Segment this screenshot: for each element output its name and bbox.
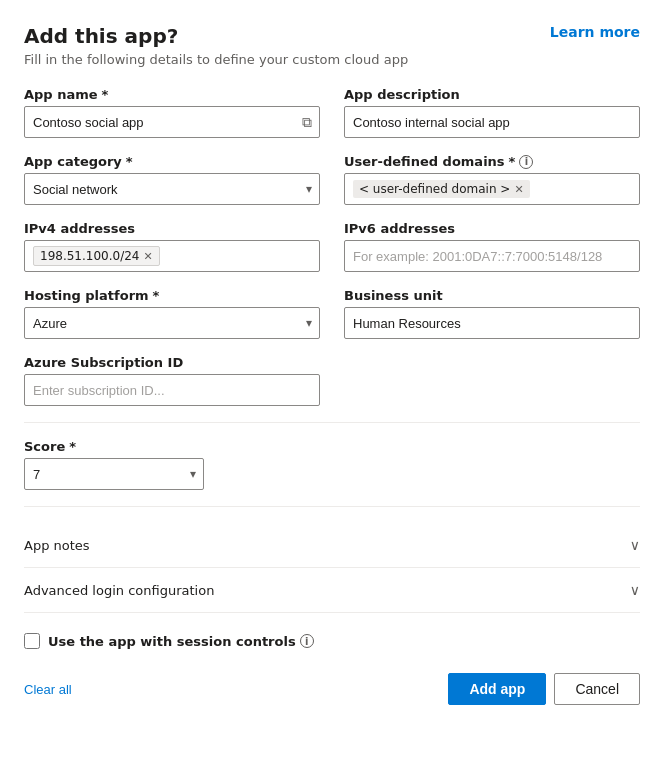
ipv4-tag: 198.51.100.0/24 ✕ <box>33 246 160 266</box>
azure-subscription-label: Azure Subscription ID <box>24 355 320 370</box>
user-domain-tag: < user-defined domain > ✕ <box>353 180 530 198</box>
azure-subscription-group: Azure Subscription ID <box>24 355 320 406</box>
header: Add this app? Fill in the following deta… <box>24 24 640 67</box>
app-notes-header[interactable]: App notes ∨ <box>24 537 640 553</box>
score-select-wrapper: 1234 5678 910 ▾ <box>24 458 204 490</box>
hosting-platform-select-wrapper: Azure AWS GCP Other ▾ <box>24 307 320 339</box>
copy-icon: ⧉ <box>302 114 312 131</box>
app-category-label: App category * <box>24 154 320 169</box>
ipv6-input[interactable] <box>344 240 640 272</box>
page-container: Add this app? Fill in the following deta… <box>0 0 664 768</box>
business-unit-label: Business unit <box>344 288 640 303</box>
business-unit-input[interactable] <box>344 307 640 339</box>
divider-2 <box>24 506 640 507</box>
user-defined-domains-group: User-defined domains * i < user-defined … <box>344 154 640 205</box>
page-title: Add this app? <box>24 24 408 48</box>
user-defined-domains-input[interactable]: < user-defined domain > ✕ <box>344 173 640 205</box>
page-subtitle: Fill in the following details to define … <box>24 52 408 67</box>
clear-all-button[interactable]: Clear all <box>24 682 72 697</box>
app-name-required: * <box>102 87 109 102</box>
session-controls-info-icon[interactable]: i <box>300 634 314 648</box>
score-required: * <box>69 439 76 454</box>
session-controls-checkbox[interactable] <box>24 633 40 649</box>
app-notes-section: App notes ∨ <box>24 523 640 568</box>
app-description-group: App description <box>344 87 640 138</box>
cancel-button[interactable]: Cancel <box>554 673 640 705</box>
advanced-login-header[interactable]: Advanced login configuration ∨ <box>24 582 640 598</box>
footer: Clear all Add app Cancel <box>24 665 640 705</box>
user-defined-domains-label: User-defined domains * i <box>344 154 640 169</box>
divider-1 <box>24 422 640 423</box>
app-category-select[interactable]: Social network Business Cloud storage Co… <box>24 173 320 205</box>
advanced-login-section: Advanced login configuration ∨ <box>24 568 640 613</box>
app-name-input-wrapper: ⧉ <box>24 106 320 138</box>
app-name-group: App name * ⧉ <box>24 87 320 138</box>
app-description-input[interactable] <box>344 106 640 138</box>
user-defined-domains-info-icon[interactable]: i <box>519 155 533 169</box>
hosting-platform-group: Hosting platform * Azure AWS GCP Other ▾ <box>24 288 320 339</box>
app-name-label: App name * <box>24 87 320 102</box>
advanced-login-label: Advanced login configuration <box>24 583 214 598</box>
footer-buttons: Add app Cancel <box>448 673 640 705</box>
ipv4-addresses-group: IPv4 addresses 198.51.100.0/24 ✕ <box>24 221 320 272</box>
advanced-login-chevron-icon: ∨ <box>630 582 640 598</box>
app-category-required: * <box>126 154 133 169</box>
ipv6-addresses-group: IPv6 addresses <box>344 221 640 272</box>
session-controls-row: Use the app with session controls i <box>24 633 640 649</box>
hosting-platform-select[interactable]: Azure AWS GCP Other <box>24 307 320 339</box>
app-category-group: App category * Social network Business C… <box>24 154 320 205</box>
user-domain-tag-close-icon[interactable]: ✕ <box>514 184 523 195</box>
ipv4-tag-close-icon[interactable]: ✕ <box>143 251 152 262</box>
score-select[interactable]: 1234 5678 910 <box>24 458 204 490</box>
header-left: Add this app? Fill in the following deta… <box>24 24 408 67</box>
ipv4-label: IPv4 addresses <box>24 221 320 236</box>
add-app-button[interactable]: Add app <box>448 673 546 705</box>
score-label: Score * <box>24 439 640 454</box>
business-unit-group: Business unit <box>344 288 640 339</box>
session-controls-label: Use the app with session controls i <box>48 634 314 649</box>
ipv6-label: IPv6 addresses <box>344 221 640 236</box>
score-group: Score * 1234 5678 910 ▾ <box>24 439 640 490</box>
app-category-select-wrapper: Social network Business Cloud storage Co… <box>24 173 320 205</box>
app-notes-chevron-icon: ∨ <box>630 537 640 553</box>
app-description-label: App description <box>344 87 640 102</box>
form-grid: App name * ⧉ App description App categor… <box>24 87 640 406</box>
hosting-platform-required: * <box>153 288 160 303</box>
user-defined-domains-required: * <box>509 154 516 169</box>
hosting-platform-label: Hosting platform * <box>24 288 320 303</box>
ipv4-tag-text: 198.51.100.0/24 <box>40 249 139 263</box>
azure-subscription-input[interactable] <box>24 374 320 406</box>
app-name-input[interactable] <box>24 106 320 138</box>
user-domain-tag-text: < user-defined domain > <box>359 182 510 196</box>
ipv4-input-wrapper[interactable]: 198.51.100.0/24 ✕ <box>24 240 320 272</box>
learn-more-link[interactable]: Learn more <box>550 24 640 40</box>
app-notes-label: App notes <box>24 538 90 553</box>
